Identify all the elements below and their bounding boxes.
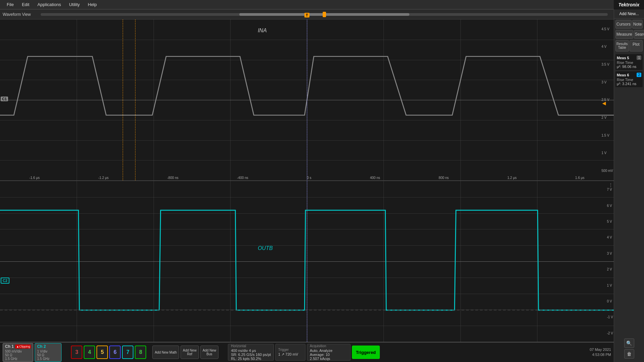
zoom-icon-button[interactable]: 🔍	[624, 338, 634, 348]
time-label-12: 1.2 μs	[508, 176, 517, 180]
time-ref-marker[interactable]: T	[305, 13, 310, 17]
menu-help[interactable]: Help	[84, 1, 101, 8]
measure-search-row: Measure Search	[615, 30, 643, 39]
measurements-section: Meas 5 1 Rise Time μ²: 98.06 ns Meas 6 2…	[614, 53, 644, 338]
ch8-button[interactable]: 8	[135, 346, 146, 359]
meas6-badge: 2	[637, 73, 641, 77]
panel-top: C1 INA 4.5 V 4 V 3.5 V 3 V 2.5 V 2 V 1.5…	[0, 20, 614, 181]
main-layout: Waveform View T	[0, 9, 644, 362]
trigger-level: 720 mV	[285, 352, 298, 356]
meas5-type: Rise Time	[617, 61, 641, 65]
menu-file[interactable]: File	[3, 1, 18, 8]
c1-badge: C1	[1, 97, 8, 101]
time-label-0: 0 s	[307, 176, 311, 180]
ina-label: INA	[258, 28, 267, 34]
menu-applications[interactable]: Applications	[33, 1, 65, 8]
measure-button[interactable]: Measure	[615, 30, 633, 39]
scrollbar-handle[interactable]	[323, 12, 326, 17]
cursor-center-top	[307, 20, 307, 180]
time-label-n800: -800 ns	[167, 176, 178, 180]
trigger-title: Trigger	[278, 348, 303, 352]
bvolt-1: 1 V	[607, 284, 613, 287]
bvolt-n2: -2 V	[607, 331, 613, 335]
cursors-button[interactable]: Cursors	[615, 20, 632, 29]
horizontal-block: Horizontal 400 ns/div 4 μs SR: 6.25 GS/s…	[228, 344, 274, 361]
add-math-button[interactable]: Add New Math	[152, 346, 179, 359]
acquisition-block: Acquisition Auto, Analyze Average: 10 2.…	[307, 344, 351, 361]
add-new-button[interactable]: Add New...	[614, 9, 644, 19]
menu-bar: File Edit Applications Utility Help Tekt…	[0, 0, 644, 9]
trigger-ch-num: 1	[278, 352, 280, 356]
volt-label-35: 3.5 V	[602, 63, 613, 66]
horizontal-row3: RL: 25 kpts 50.2%	[231, 357, 271, 361]
acquisition-row2: Average: 10	[310, 353, 348, 357]
bvolt-5: 5 V	[607, 220, 613, 223]
logo-area: Tektronix	[614, 0, 644, 9]
bvolt-3: 3 V	[607, 252, 613, 255]
volt-label-45: 4.5 V	[602, 27, 613, 31]
meas5-value: μ²: 98.06 ns	[617, 65, 641, 69]
ch1-vdiv: 500 mV/div	[5, 350, 31, 353]
search-button[interactable]: Search	[634, 30, 644, 39]
acquisition-row1: Auto, Analyze	[310, 349, 348, 353]
menu-edit[interactable]: Edit	[18, 1, 33, 8]
waveform-header: Waveform View T	[0, 9, 614, 20]
trigger-arrow: ◄	[601, 100, 607, 107]
panel-dots-menu[interactable]: ⋮	[608, 182, 613, 188]
ch2-imp: 50 Ω	[37, 353, 59, 357]
bvolt-n1: -1 V	[607, 315, 613, 319]
volt-label-4: 4 V	[602, 45, 613, 48]
plot-button[interactable]: Plot	[630, 40, 643, 51]
ch6-button[interactable]: 6	[109, 346, 121, 359]
add-ref-label: Add NewRef	[183, 349, 197, 356]
time-label-800: 800 ns	[439, 176, 449, 180]
meas5-badge: 1	[637, 56, 641, 60]
ch5-button[interactable]: 5	[96, 346, 108, 359]
bvolt-4: 4 V	[607, 236, 613, 239]
bvolt-2: 2 V	[607, 267, 613, 271]
ch1-imp: 50 Ω	[5, 353, 31, 357]
ch2-info-block[interactable]: Ch 2 1 V/div 50 Ω 1.5 GHz	[35, 343, 62, 362]
bvolt-6: 6 V	[607, 204, 613, 208]
bvolt-0: 0 V	[607, 299, 613, 303]
triggered-button[interactable]: Triggered	[352, 346, 380, 359]
ch2-label: Ch 2	[37, 344, 46, 349]
acquisition-title: Acquisition	[310, 344, 348, 348]
note-button[interactable]: Note	[632, 20, 643, 29]
logo-text: Tektronix	[618, 2, 640, 7]
ch1-clip-badge: ▲Clipping	[15, 345, 31, 349]
ch2-bw: 1.5 GHz	[37, 357, 59, 361]
panel-bottom: C2 OUTB 7 V 6 V 5 V 4 V 3 V 2 V 1 V 0 V …	[0, 181, 614, 342]
add-bus-button[interactable]: Add NewBus	[200, 346, 219, 359]
right-panel: Add New... Cursors Note Measure Search R…	[614, 9, 644, 362]
waveform-area: Waveform View T	[0, 9, 614, 362]
volt-label-15: 1.5 V	[602, 134, 613, 137]
bvolt-7: 7 V	[607, 188, 613, 191]
trash-icon-button[interactable]: 🗑	[624, 349, 634, 359]
menu-utility[interactable]: Utility	[65, 1, 84, 8]
volt-label-2: 2 V	[602, 116, 613, 119]
ch4-button[interactable]: 4	[84, 346, 95, 359]
c2-badge: C2	[1, 278, 9, 284]
results-table-button[interactable]: Results Table	[615, 40, 629, 51]
meas6-card: Meas 6 2 Rise Time μ²: 3.241 ns	[615, 71, 643, 87]
right-bottom-icons: 🔍 🗑	[614, 338, 644, 362]
add-bus-label: Add NewBus	[203, 349, 216, 356]
time-label-n400: -400 ns	[237, 176, 248, 180]
bottom-toolbar: Ch 1 ▲Clipping 500 mV/div 50 Ω 1.5 GHz C…	[0, 342, 614, 362]
volt-label-1: 1 V	[602, 151, 613, 155]
volt-label-3: 3 V	[602, 80, 613, 84]
ch1-info-block[interactable]: Ch 1 ▲Clipping 500 mV/div 50 Ω 1.5 GHz	[3, 343, 33, 362]
add-math-label: Add New Math	[155, 351, 177, 354]
waveform-title: Waveform View	[3, 12, 31, 17]
trigger-ch: 1 ↗ 720 mV	[278, 352, 303, 357]
waveform-bottom-svg	[0, 181, 614, 342]
add-ref-button[interactable]: Add NewRef	[180, 346, 199, 359]
ch7-button[interactable]: 7	[122, 346, 133, 359]
ch3-button[interactable]: 3	[71, 346, 82, 359]
timeline-scrollbar[interactable]	[41, 13, 608, 16]
horizontal-row2: SR: 6.25 GS/s 160 ps/pt	[231, 353, 271, 357]
meas6-title: Meas 6	[617, 73, 629, 77]
meas6-type: Rise Time	[617, 78, 641, 82]
acquisition-row3: 2.507 kAcqs	[310, 357, 348, 361]
